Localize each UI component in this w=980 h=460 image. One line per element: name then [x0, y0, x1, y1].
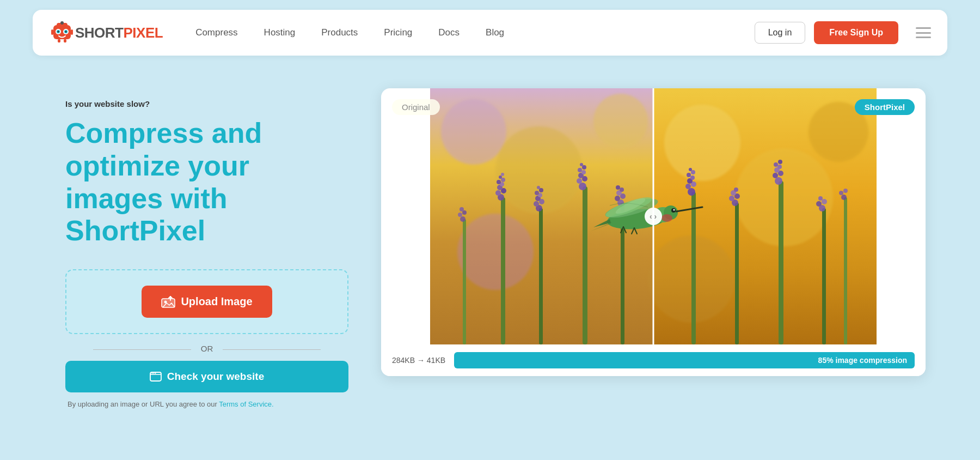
- or-text: OR: [201, 344, 213, 353]
- nav-links: Compress Hosting Products Pricing Docs B…: [195, 27, 755, 38]
- svg-point-75: [685, 184, 691, 189]
- svg-point-92: [774, 162, 778, 167]
- svg-rect-10: [71, 29, 73, 35]
- svg-point-18: [155, 373, 156, 374]
- svg-point-91: [777, 165, 782, 169]
- label-original: Original: [392, 99, 440, 115]
- signup-button[interactable]: Free Sign Up: [814, 21, 898, 44]
- compression-bar: 85% image compression: [454, 352, 915, 368]
- svg-rect-30: [539, 208, 543, 344]
- svg-point-96: [822, 199, 827, 204]
- svg-point-97: [818, 196, 823, 201]
- upload-button-label: Upload Image: [181, 295, 252, 308]
- svg-point-47: [501, 173, 504, 176]
- svg-point-86: [734, 187, 738, 192]
- svg-point-8: [65, 31, 67, 33]
- svg-point-40: [495, 190, 501, 196]
- svg-rect-36: [779, 181, 783, 344]
- svg-point-54: [539, 188, 543, 192]
- svg-point-26: [735, 148, 833, 246]
- svg-point-25: [664, 105, 740, 181]
- svg-rect-33: [463, 219, 466, 344]
- svg-rect-35: [735, 203, 739, 344]
- svg-point-93: [778, 160, 782, 164]
- svg-rect-9: [51, 29, 53, 35]
- size-info: 284KB → 41KB: [392, 356, 445, 365]
- svg-rect-34: [691, 192, 696, 344]
- svg-point-88: [773, 173, 778, 178]
- nav-right: Log in Free Sign Up: [755, 21, 931, 44]
- logo-robot-icon: [49, 20, 75, 46]
- svg-point-57: [577, 178, 582, 184]
- svg-rect-38: [844, 197, 847, 344]
- comparison-wrapper: ‹ › Original ShortPixel 284KB → 41KB 85%…: [381, 88, 926, 376]
- svg-rect-29: [501, 197, 505, 344]
- upload-image-button[interactable]: Upload Image: [142, 286, 272, 318]
- svg-point-63: [580, 163, 583, 166]
- svg-point-2: [60, 21, 64, 25]
- svg-point-69: [616, 185, 620, 190]
- svg-point-78: [690, 175, 695, 180]
- svg-point-106: [661, 214, 672, 222]
- login-button[interactable]: Log in: [755, 22, 806, 44]
- svg-point-55: [537, 186, 540, 189]
- svg-point-21: [441, 99, 506, 165]
- nav-compress[interactable]: Compress: [195, 27, 237, 38]
- svg-point-65: [615, 196, 620, 201]
- hero-section: Is your website slow? Compress and optim…: [0, 56, 980, 430]
- svg-point-56: [579, 183, 586, 190]
- svg-point-23: [593, 94, 648, 148]
- svg-point-46: [499, 175, 502, 179]
- svg-point-24: [457, 214, 534, 290]
- svg-rect-37: [822, 208, 826, 344]
- svg-point-100: [843, 189, 848, 193]
- svg-point-98: [841, 195, 847, 200]
- website-icon: [150, 371, 162, 383]
- logo-text: SHORTPIXEL: [75, 25, 163, 41]
- comparison-images[interactable]: ‹ › Original ShortPixel: [381, 88, 926, 344]
- svg-point-17: [153, 373, 154, 374]
- compression-label: 85% image compression: [818, 356, 907, 365]
- upload-icon: [161, 296, 175, 308]
- svg-point-95: [816, 201, 822, 207]
- or-divider: OR: [65, 344, 348, 353]
- svg-point-45: [501, 178, 505, 182]
- nav-pricing[interactable]: Pricing: [384, 27, 412, 38]
- logo-link[interactable]: SHORTPIXEL: [49, 20, 163, 46]
- nav-hosting[interactable]: Hosting: [264, 27, 296, 38]
- nav-products[interactable]: Products: [321, 27, 358, 38]
- upload-drop-zone[interactable]: Upload Image: [65, 269, 348, 334]
- terms-link[interactable]: Terms of Service.: [219, 400, 273, 408]
- svg-point-62: [582, 165, 586, 170]
- nav-blog[interactable]: Blog: [486, 27, 504, 38]
- svg-point-16: [151, 373, 152, 374]
- svg-point-71: [458, 213, 462, 217]
- label-shortpixel: ShortPixel: [855, 99, 915, 115]
- svg-point-83: [729, 196, 734, 201]
- svg-point-80: [691, 170, 695, 174]
- svg-rect-31: [583, 186, 587, 344]
- svg-point-99: [839, 191, 843, 195]
- svg-point-73: [460, 207, 464, 211]
- comparison-footer: 284KB → 41KB 85% image compression: [381, 344, 926, 376]
- hamburger-menu[interactable]: [916, 27, 931, 38]
- svg-point-68: [620, 187, 624, 192]
- svg-point-70: [460, 216, 465, 222]
- navbar: SHORTPIXEL Compress Hosting Products Pri…: [33, 10, 947, 56]
- svg-rect-12: [64, 39, 66, 43]
- check-website-button[interactable]: Check your website: [65, 361, 348, 392]
- svg-text:‹ ›: ‹ ›: [650, 212, 657, 221]
- svg-point-74: [688, 188, 695, 196]
- svg-point-61: [578, 168, 582, 172]
- hero-left: Is your website slow? Compress and optim…: [65, 88, 348, 408]
- svg-point-87: [775, 177, 782, 185]
- nav-docs[interactable]: Docs: [438, 27, 460, 38]
- check-website-label: Check your website: [167, 371, 264, 383]
- terms-text: By uploading an image or URL you agree t…: [65, 400, 348, 408]
- svg-point-7: [58, 31, 59, 33]
- svg-point-44: [497, 180, 501, 184]
- svg-rect-11: [58, 39, 60, 43]
- svg-point-53: [535, 191, 539, 195]
- svg-point-79: [687, 173, 691, 177]
- svg-point-105: [673, 209, 675, 211]
